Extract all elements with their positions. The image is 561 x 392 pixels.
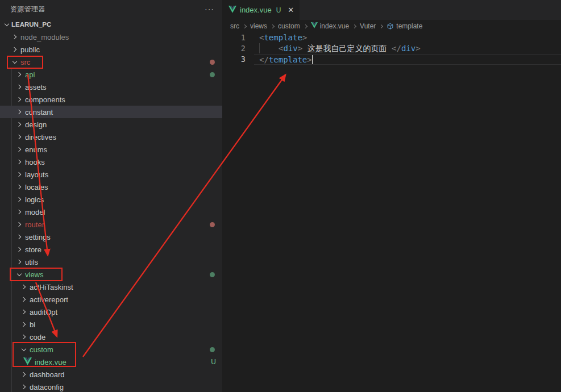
breadcrumb: src views custom index.vue Vuter templat… — [222, 20, 561, 32]
tree-item-dashboard[interactable]: dashboard — [0, 368, 222, 381]
explorer-sidebar: 资源管理器 ··· LEARUN_PC node_modules public … — [0, 0, 222, 392]
chevron-right-icon — [15, 207, 24, 216]
tree-item-layouts[interactable]: layouts — [0, 168, 222, 181]
tree-item-src[interactable]: src — [0, 56, 222, 68]
tab-filename: index.vue — [240, 6, 272, 14]
chevron-right-icon — [15, 170, 24, 179]
tab-git-status: U — [276, 6, 281, 14]
code-line-1: 1 <template> — [222, 32, 561, 43]
chevron-right-icon — [19, 295, 28, 304]
line-number: 2 — [222, 43, 254, 54]
vue-file-icon — [311, 22, 318, 30]
git-status-dot — [210, 347, 215, 352]
tree-item-directives[interactable]: directives — [0, 131, 222, 143]
more-actions-icon[interactable]: ··· — [205, 6, 214, 12]
tab-bar: index.vue U ✕ — [222, 0, 561, 20]
chevron-right-icon — [15, 182, 24, 191]
chevron-right-icon — [19, 370, 28, 379]
chevron-down-icon — [10, 57, 19, 66]
breadcrumb-views[interactable]: views — [250, 22, 267, 30]
tree-item-logics[interactable]: logics — [0, 193, 222, 206]
chevron-right-icon — [15, 157, 24, 166]
tree-item-custom[interactable]: custom — [0, 343, 222, 356]
chevron-right-icon — [352, 24, 356, 28]
tree-item-store[interactable]: store — [0, 243, 222, 256]
chevron-right-icon — [379, 24, 383, 28]
vue-file-icon — [228, 5, 236, 15]
chevron-right-icon — [15, 120, 24, 129]
tree-item-settings[interactable]: settings — [0, 231, 222, 243]
tree-item-design[interactable]: design — [0, 118, 222, 131]
tree-item-node-modules[interactable]: node_modules — [0, 31, 222, 43]
breadcrumb-custom[interactable]: custom — [278, 22, 300, 30]
explorer-title: 资源管理器 — [10, 5, 45, 14]
chevron-right-icon — [19, 382, 28, 391]
line-number: 1 — [222, 32, 254, 43]
chevron-down-icon — [15, 270, 24, 279]
project-root-header[interactable]: LEARUN_PC — [0, 18, 222, 31]
file-tree: node_modules public src api assets compo… — [0, 31, 222, 392]
tree-item-model[interactable]: model — [0, 206, 222, 218]
chevron-right-icon — [15, 257, 24, 266]
chevron-right-icon — [10, 45, 19, 54]
tree-item-hooks[interactable]: hooks — [0, 156, 222, 168]
chevron-right-icon — [15, 107, 24, 116]
indent-guide — [259, 43, 279, 53]
tree-item-components[interactable]: components — [0, 93, 222, 106]
explorer-header: 资源管理器 ··· — [0, 0, 222, 18]
breadcrumb-src[interactable]: src — [230, 22, 239, 30]
project-root-label: LEARUN_PC — [11, 21, 51, 28]
tree-item-assets[interactable]: assets — [0, 81, 222, 93]
chevron-right-icon — [271, 24, 275, 28]
chevron-right-icon — [19, 320, 28, 329]
code-editor[interactable]: 1 <template> 2 <div> 这是我自己定义的页面 </div> 3… — [222, 32, 561, 65]
tree-item-code[interactable]: code — [0, 331, 222, 343]
code-line-2: 2 <div> 这是我自己定义的页面 </div> — [222, 43, 561, 54]
tree-item-public[interactable]: public — [0, 43, 222, 56]
tree-item-index-vue[interactable]: index.vue U — [0, 356, 222, 368]
tree-item-activereport[interactable]: activereport — [0, 293, 222, 306]
chevron-down-icon — [2, 20, 11, 29]
breadcrumb-index-vue[interactable]: index.vue — [311, 22, 349, 30]
chevron-right-icon — [243, 24, 247, 28]
chevron-right-icon — [15, 195, 24, 204]
close-icon[interactable]: ✕ — [288, 6, 294, 14]
chevron-right-icon — [15, 82, 24, 91]
chevron-right-icon — [15, 70, 24, 79]
chevron-right-icon — [10, 32, 19, 41]
git-status-dot — [210, 222, 215, 227]
tree-item-dataconfig[interactable]: dataconfig — [0, 381, 222, 392]
tree-item-views[interactable]: views — [0, 268, 222, 281]
tree-item-utils[interactable]: utils — [0, 256, 222, 268]
breadcrumb-vuter[interactable]: Vuter — [360, 22, 376, 30]
chevron-right-icon — [304, 24, 307, 28]
tree-item-router[interactable]: router — [0, 218, 222, 231]
chevron-right-icon — [15, 132, 24, 141]
chevron-right-icon — [15, 95, 24, 104]
chevron-right-icon — [19, 307, 28, 316]
code-line-3: 3 </template> — [222, 54, 561, 65]
tree-item-constant[interactable]: constant — [0, 106, 222, 118]
tree-item-auditopt[interactable]: auditOpt — [0, 306, 222, 318]
chevron-right-icon — [15, 220, 24, 229]
tree-item-api[interactable]: api — [0, 68, 222, 81]
editor-area: index.vue U ✕ src views custom index.vue… — [222, 0, 561, 392]
chevron-right-icon — [15, 145, 24, 154]
tab-index-vue[interactable]: index.vue U ✕ — [222, 0, 300, 20]
symbol-template-icon — [387, 23, 394, 30]
breadcrumb-template[interactable]: template — [387, 22, 422, 30]
text-cursor — [312, 55, 313, 64]
chevron-right-icon — [15, 245, 24, 254]
vue-file-icon — [23, 357, 32, 367]
git-status-dot — [210, 72, 215, 77]
tree-item-acthitaskinst[interactable]: actHiTaskinst — [0, 281, 222, 293]
tree-item-bi[interactable]: bi — [0, 318, 222, 331]
chevron-right-icon — [15, 232, 24, 241]
chevron-right-icon — [19, 282, 28, 291]
git-status-dot — [210, 60, 215, 65]
chevron-down-icon — [19, 345, 28, 354]
tree-item-enums[interactable]: enums — [0, 143, 222, 156]
chevron-right-icon — [19, 332, 28, 341]
git-status-dot — [210, 272, 215, 277]
tree-item-locales[interactable]: locales — [0, 181, 222, 193]
